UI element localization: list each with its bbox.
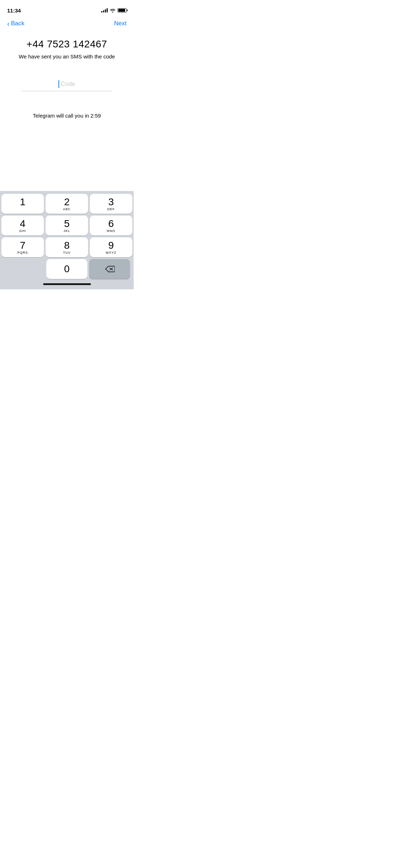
key-1[interactable]: 1 [1,194,44,214]
delete-key[interactable] [89,259,130,279]
keyboard-row-3: 7 PQRS 8 TUV 9 WXYZ [1,237,132,257]
battery-icon [118,8,127,12]
status-icons [101,8,127,12]
key-empty [4,259,45,279]
key-8[interactable]: 8 TUV [46,237,88,257]
delete-icon [105,265,115,273]
chevron-left-icon: ‹ [7,20,10,27]
key-2[interactable]: 2 ABC [46,194,88,214]
call-timer: Telegram will call you in 2:59 [7,113,127,119]
text-cursor [58,80,59,88]
key-5[interactable]: 5 JKL [46,216,88,236]
wifi-icon [110,8,115,12]
key-9[interactable]: 9 WXYZ [90,237,132,257]
nav-bar: ‹ Back Next [0,16,134,31]
status-bar: 11:34 [0,0,134,16]
key-6[interactable]: 6 MNO [90,216,132,236]
key-0[interactable]: 0 [46,259,87,279]
back-label: Back [11,20,25,27]
key-7[interactable]: 7 PQRS [1,237,44,257]
home-indicator [43,283,91,285]
status-time: 11:34 [7,7,21,14]
code-placeholder: Code [61,81,75,88]
signal-icon [101,8,108,12]
content-area: +44 7523 142467 We have sent you an SMS … [0,31,134,119]
code-input-wrapper: Code [7,77,127,91]
phone-number: +44 7523 142467 [7,38,127,50]
next-button[interactable]: Next [114,20,127,27]
keyboard-row-4: 0 [1,259,132,279]
keyboard-row-2: 4 GHI 5 JKL 6 MNO [1,216,132,236]
key-4[interactable]: 4 GHI [1,216,44,236]
keyboard-row-1: 1 2 ABC 3 DEF [1,194,132,214]
keyboard: 1 2 ABC 3 DEF 4 GHI 5 JKL 6 MNO 7 PQRS [0,191,134,289]
sms-description: We have sent you an SMS with the code [7,53,127,60]
key-3[interactable]: 3 DEF [90,194,132,214]
back-button[interactable]: ‹ Back [7,20,24,27]
code-input-container[interactable]: Code [21,77,112,91]
